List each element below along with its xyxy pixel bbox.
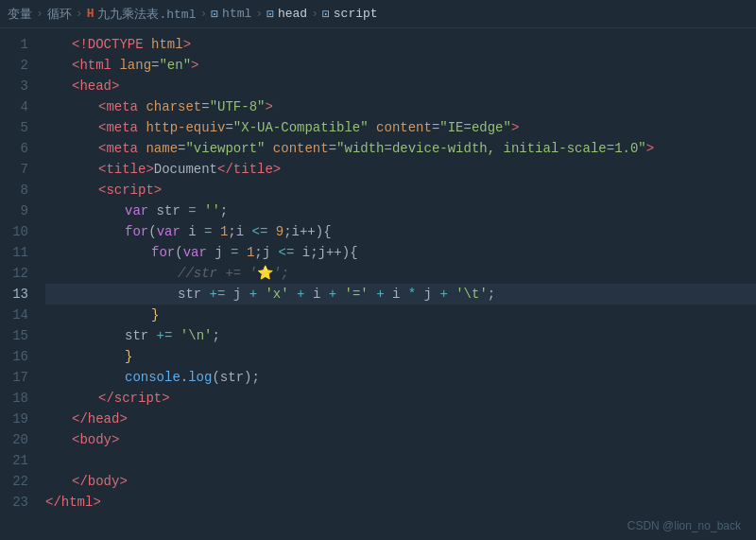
breadcrumb-html-node[interactable]: ⊡ html (211, 7, 251, 22)
code-line-17: console.log(str); (45, 367, 756, 388)
code-line-6: <meta name="viewport" content="width=dev… (45, 138, 756, 159)
script-node-icon: ⊡ (322, 7, 330, 22)
line-numbers: 1 2 3 4 5 6 7 8 9 10 11 12 13 14 15 16 1… (0, 28, 38, 540)
head-node-icon: ⊡ (266, 7, 274, 22)
html5-icon: H (87, 7, 94, 21)
breadcrumb-label: 变量 (8, 6, 32, 23)
breadcrumb-sep-2: › (76, 7, 83, 21)
breadcrumb-filename: 九九乘法表.html (97, 6, 196, 23)
code-line-5: <meta http-equiv="X-UA-Compatible" conte… (45, 117, 756, 138)
code-line-14: } (45, 305, 756, 325)
breadcrumb-sep-4: › (255, 7, 263, 21)
breadcrumb-variables[interactable]: 变量 (8, 6, 32, 23)
code-line-15: str += '\n'; (45, 325, 756, 346)
code-line-2: <html lang="en"> (45, 55, 756, 76)
breadcrumb-file[interactable]: H 九九乘法表.html (87, 6, 197, 23)
code-line-4: <meta charset="UTF-8"> (45, 96, 756, 117)
code-line-10: for(var i = 1;i <= 9;i++){ (45, 221, 756, 242)
breadcrumb-label: 循环 (47, 6, 72, 23)
code-line-1: <!DOCTYPE html> (45, 34, 756, 55)
breadcrumb-script-label: script (334, 7, 378, 21)
breadcrumb-head-node[interactable]: ⊡ head (266, 7, 307, 22)
breadcrumb-sep-1: › (36, 7, 43, 21)
code-line-13: str += j + 'x' + i + '=' + i * j + '\t'; (45, 284, 756, 305)
code-line-3: <head> (45, 76, 756, 96)
code-line-8: <script> (45, 180, 756, 200)
code-line-19: </head> (45, 409, 756, 429)
code-line-9: var str = ''; (45, 200, 756, 221)
code-line-7: <title>Document</title> (45, 159, 756, 180)
breadcrumb-loop[interactable]: 循环 (47, 6, 72, 23)
breadcrumb-sep-3: › (199, 7, 207, 21)
editor: 1 2 3 4 5 6 7 8 9 10 11 12 13 14 15 16 1… (0, 28, 756, 540)
code-line-21 (45, 450, 756, 471)
breadcrumb-script-node[interactable]: ⊡ script (322, 7, 378, 22)
code-line-12: //str += '⭐'; (45, 263, 756, 284)
breadcrumb-bar: 变量 › 循环 › H 九九乘法表.html › ⊡ html › ⊡ head… (0, 0, 756, 28)
breadcrumb-sep-5: › (311, 7, 318, 21)
html-node-icon: ⊡ (211, 7, 218, 22)
watermark: CSDN @lion_no_back (627, 519, 741, 532)
breadcrumb-html-label: html (222, 7, 251, 21)
code-line-11: for(var j = 1;j <= i;j++){ (45, 242, 756, 263)
code-line-22: </body> (45, 471, 756, 492)
breadcrumb-head-label: head (278, 7, 307, 21)
code-line-23: </html> (45, 492, 756, 513)
code-line-20: <body> (45, 429, 756, 450)
code-area[interactable]: <!DOCTYPE html> <html lang="en"> <head> … (38, 28, 756, 540)
code-line-16: } (45, 346, 756, 367)
code-line-18: </script> (45, 388, 756, 409)
